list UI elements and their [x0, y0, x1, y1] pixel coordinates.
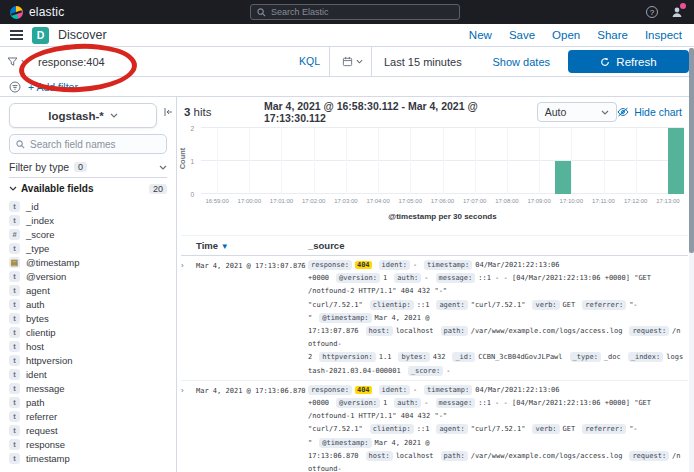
source-field-value: 1 — [383, 274, 387, 282]
global-search-input[interactable]: Search Elastic — [250, 4, 460, 20]
filter-by-type[interactable]: Filter by type 0 — [9, 160, 167, 178]
field-name: @version — [26, 271, 66, 282]
saved-query-menu-button[interactable] — [0, 47, 34, 76]
source-field-value: CCBN_3cB04dGovJLPawl — [478, 353, 562, 361]
hits-bar: 3 hits Mar 4, 2021 @ 16:58:30.112 - Mar … — [181, 97, 688, 123]
query-input[interactable]: response:404 KQL — [34, 47, 334, 76]
elastic-logo-icon — [10, 6, 23, 19]
show-dates-link[interactable]: Show dates — [493, 56, 560, 68]
help-icon[interactable]: ? — [646, 6, 658, 18]
field-item--version[interactable]: t@version — [9, 269, 167, 283]
field-item--score[interactable]: #_score — [9, 227, 167, 241]
query-language-button[interactable]: KQL — [290, 47, 330, 76]
field-name: @timestamp — [26, 257, 79, 268]
scrollbar-thumb[interactable] — [689, 48, 694, 253]
sort-desc-icon: ▼ — [221, 242, 229, 251]
app-header: D Discover NewSaveOpenShareInspect — [0, 24, 694, 47]
field-item-agent[interactable]: tagent — [9, 283, 167, 297]
string-field-icon: t — [9, 425, 20, 436]
string-field-icon: t — [9, 201, 20, 212]
date-picker: Last 15 minutes Show dates — [334, 47, 568, 76]
source-field-value: "curl/7.52.1" — [471, 301, 526, 309]
field-item-auth[interactable]: tauth — [9, 297, 167, 311]
string-field-icon: t — [9, 453, 20, 464]
field-item-response[interactable]: tresponse — [9, 437, 167, 451]
source-field-badge: _index: — [628, 352, 664, 362]
available-fields-header[interactable]: Available fields 20 — [9, 183, 167, 194]
field-search-input[interactable]: Search field names — [9, 134, 167, 154]
elastic-brand[interactable]: elastic — [10, 5, 64, 19]
histogram-bar-17:09:30[interactable] — [555, 161, 571, 194]
field-item--index[interactable]: t_index — [9, 213, 167, 227]
date-field-icon: ▤ — [9, 257, 20, 268]
field-item-host[interactable]: thost — [9, 339, 167, 353]
source-field-badge: agent: — [436, 300, 467, 310]
field-item-referrer[interactable]: treferrer — [9, 409, 167, 423]
string-field-icon: t — [9, 313, 20, 324]
source-field-badge: host: — [366, 451, 393, 461]
menu-save[interactable]: Save — [509, 29, 535, 41]
field-name: message — [26, 383, 65, 394]
source-field-value: GET — [563, 425, 576, 433]
field-item-request[interactable]: trequest — [9, 423, 167, 437]
field-item--type[interactable]: t_type — [9, 241, 167, 255]
column-source: _source — [308, 240, 344, 251]
interval-select[interactable]: Auto — [537, 102, 617, 122]
field-name: auth — [26, 299, 45, 310]
filter-type-count-badge: 0 — [74, 162, 87, 172]
eye-slash-icon — [617, 107, 629, 117]
table-header: Time ▼ _source — [181, 235, 688, 256]
refresh-button[interactable]: Refresh — [568, 50, 689, 73]
source-field-value: "curl/7.52.1" — [471, 425, 526, 433]
source-field-value: 1 — [383, 399, 387, 407]
filter-options-icon[interactable] — [9, 81, 21, 93]
menu-open[interactable]: Open — [552, 29, 580, 41]
hide-chart-button[interactable]: Hide chart — [617, 106, 686, 118]
source-field-badge: ident: — [379, 385, 410, 395]
collapse-sidebar-icon[interactable] — [163, 107, 173, 117]
field-item-bytes[interactable]: tbytes — [9, 311, 167, 325]
field-item-clientip[interactable]: tclientip — [9, 325, 167, 339]
field-item-message[interactable]: tmessage — [9, 381, 167, 395]
field-item-timestamp[interactable]: ttimestamp — [9, 451, 167, 465]
date-quick-select-button[interactable] — [342, 47, 372, 76]
field-name: request — [26, 425, 58, 436]
field-item-httpversion[interactable]: thttpversion — [9, 353, 167, 367]
source-field-badge: ident: — [379, 260, 410, 270]
source-field-badge: @timestamp: — [319, 313, 371, 323]
hits-count: 3 hits — [184, 106, 264, 118]
histogram-bar-17:13:00[interactable] — [668, 128, 684, 194]
highlighted-value: 404 — [355, 386, 372, 394]
field-list: t_idt_index#_scoret_type▤@timestampt@ver… — [9, 199, 167, 465]
search-icon — [257, 8, 266, 17]
menu-new[interactable]: New — [469, 29, 492, 41]
source-field-badge: _score: — [408, 366, 444, 376]
source-field-value: - — [413, 261, 417, 269]
menu-inspect[interactable]: Inspect — [645, 29, 682, 41]
expand-row-icon[interactable]: › — [181, 384, 196, 472]
add-filter-link[interactable]: + Add filter — [28, 81, 78, 93]
source-field-badge: referrer: — [582, 424, 626, 434]
discover-app-icon[interactable]: D — [32, 27, 49, 44]
user-avatar[interactable] — [670, 5, 684, 19]
field-name: bytes — [26, 313, 49, 324]
x-axis-title: @timestamp per 30 seconds — [201, 212, 684, 221]
string-field-icon: t — [9, 439, 20, 450]
column-time[interactable]: Time ▼ — [196, 240, 308, 251]
time-range-value[interactable]: Last 15 minutes — [384, 56, 462, 68]
index-pattern-select[interactable]: logstash-* — [9, 103, 157, 128]
chevron-down-icon — [21, 59, 28, 64]
source-field-badge: timestamp: — [424, 385, 472, 395]
field-item--id[interactable]: t_id — [9, 199, 167, 213]
string-field-icon: t — [9, 397, 20, 408]
field-name: clientip — [26, 327, 56, 338]
field-item--timestamp[interactable]: ▤@timestamp — [9, 255, 167, 269]
field-item-path[interactable]: tpath — [9, 395, 167, 409]
expand-row-icon[interactable]: › — [181, 259, 196, 378]
menu-hamburger-icon[interactable] — [10, 30, 23, 40]
string-field-icon: t — [9, 341, 20, 352]
menu-share[interactable]: Share — [597, 29, 628, 41]
field-item-ident[interactable]: tident — [9, 367, 167, 381]
brand-text: elastic — [29, 5, 64, 19]
field-name: host — [26, 341, 44, 352]
